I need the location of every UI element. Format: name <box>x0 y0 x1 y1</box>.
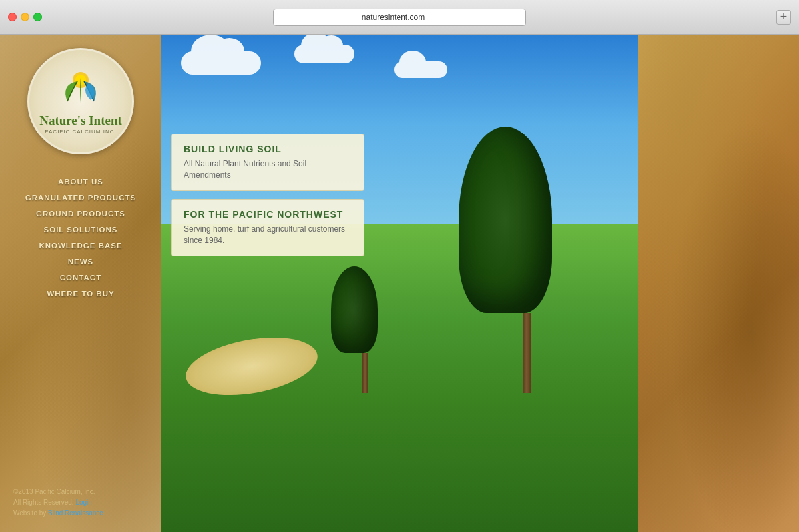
logo-subtitle: PACIFIC CALCIUM INC. <box>45 129 116 134</box>
hero-box-1: BUILD LIVING SOIL All Natural Plant Nutr… <box>171 134 364 191</box>
cloud-2 <box>294 45 354 63</box>
hero-box-1-title: BUILD LIVING SOIL <box>184 144 352 154</box>
right-panel <box>638 35 799 532</box>
close-button[interactable] <box>8 13 17 21</box>
tree-canopy-large <box>459 127 552 313</box>
cloud-3 <box>394 61 447 78</box>
tree-large <box>501 300 552 393</box>
traffic-lights <box>8 13 42 21</box>
designer-link[interactable]: Blind Renaissance <box>48 509 103 517</box>
nav-item-soil-solutions[interactable]: SOIL SOLUTIONS <box>0 222 161 237</box>
nav-item-granulated-products[interactable]: GRANULATED PRODUCTS <box>0 190 161 205</box>
nav-item-about-us[interactable]: ABOUT US <box>0 174 161 189</box>
logo-icon <box>54 68 107 111</box>
hero-box-2: FOR THE PACIFIC NORTHWEST Serving home, … <box>171 199 364 256</box>
copyright-text: ©2013 Pacific Calcium, Inc. All Rights R… <box>13 487 148 519</box>
logo-area[interactable]: Nature's Intent PACIFIC CALCIUM INC. <box>27 48 134 154</box>
hero-box-1-subtitle: All Natural Plant Nutrients and Soil Ame… <box>184 158 352 181</box>
tree-canopy-medium <box>331 266 378 353</box>
hero-image: BUILD LIVING SOIL All Natural Plant Nutr… <box>161 35 638 532</box>
website: Nature's Intent PACIFIC CALCIUM INC. ABO… <box>0 35 799 532</box>
minimize-button[interactable] <box>21 13 29 21</box>
nav-item-news[interactable]: NEWS <box>0 254 161 269</box>
hero-box-2-subtitle: Serving home, turf and agricultural cust… <box>184 224 352 246</box>
nav-item-knowledge-base[interactable]: KNOWLEDGE BASE <box>0 238 161 253</box>
nav-item-ground-products[interactable]: GROUND PRODUCTS <box>0 206 161 221</box>
footer-info: ©2013 Pacific Calcium, Inc. All Rights R… <box>13 487 148 519</box>
tree-medium <box>352 346 378 393</box>
nav-item-where-to-buy[interactable]: WHERE TO BUY <box>0 286 161 301</box>
tree-trunk-medium <box>362 353 368 393</box>
nav-menu: ABOUT USGRANULATED PRODUCTSGROUND PRODUC… <box>0 174 161 301</box>
content-boxes: BUILD LIVING SOIL All Natural Plant Nutr… <box>171 134 364 264</box>
url-text: naturesintent.com <box>362 13 425 22</box>
logo-name: Nature's Intent <box>39 114 122 128</box>
sidebar: Nature's Intent PACIFIC CALCIUM INC. ABO… <box>0 35 161 532</box>
main-content: BUILD LIVING SOIL All Natural Plant Nutr… <box>161 35 638 532</box>
new-tab-button[interactable]: + <box>776 10 791 25</box>
maximize-button[interactable] <box>33 13 42 21</box>
hero-box-2-title: FOR THE PACIFIC NORTHWEST <box>184 209 352 220</box>
tree-trunk-large <box>523 313 531 393</box>
nav-item-contact[interactable]: CONTACT <box>0 270 161 285</box>
address-bar[interactable]: naturesintent.com ↻ <box>273 9 526 26</box>
cloud-1 <box>181 51 261 75</box>
login-link[interactable]: Login <box>75 499 91 506</box>
browser-chrome: naturesintent.com ↻ + <box>0 0 799 35</box>
